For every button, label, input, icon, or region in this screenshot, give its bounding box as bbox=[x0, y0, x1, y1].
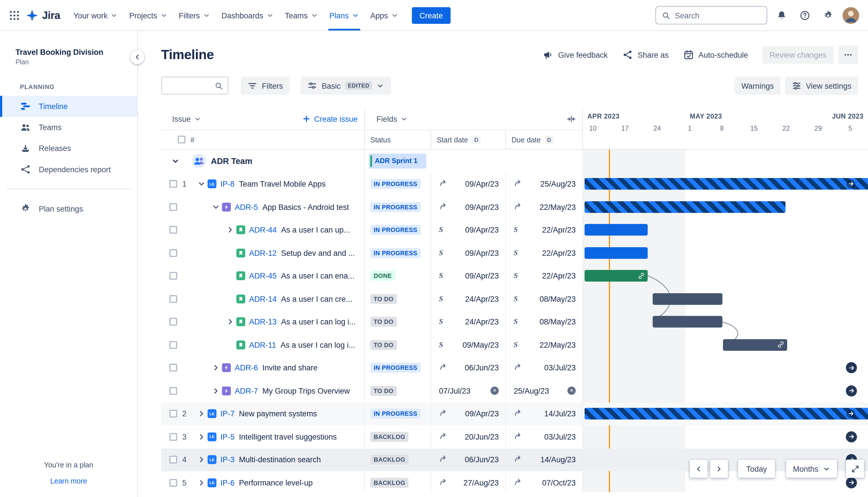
issue-key[interactable]: ADR-5 bbox=[235, 202, 258, 211]
status-cell[interactable]: TO DO bbox=[364, 287, 431, 310]
row-checkbox[interactable] bbox=[169, 341, 177, 349]
status-lozenge[interactable]: TO DO bbox=[370, 317, 397, 327]
due-date-cell[interactable]: S22/Apr/23 bbox=[505, 218, 582, 241]
scroll-to-bar-button[interactable] bbox=[846, 477, 857, 488]
issue-key[interactable]: ADR-6 bbox=[235, 364, 258, 372]
due-date-column-header[interactable]: Due dateD bbox=[505, 130, 582, 149]
start-date-cell[interactable]: 06/Jun/23 bbox=[431, 448, 505, 471]
timeline-search-input[interactable] bbox=[161, 76, 229, 95]
chevron-right-icon[interactable] bbox=[197, 478, 207, 488]
sidebar-item-releases[interactable]: Releases bbox=[0, 138, 137, 159]
status-cell[interactable]: BACKLOG bbox=[364, 448, 431, 471]
issue-summary[interactable]: App Basics - Android test bbox=[262, 202, 349, 211]
fullscreen-button[interactable] bbox=[846, 460, 864, 478]
nav-dashboards[interactable]: Dashboards bbox=[216, 0, 279, 30]
sidebar-item-teams[interactable]: Teams bbox=[0, 117, 137, 138]
gantt-bar[interactable] bbox=[585, 408, 868, 420]
row-checkbox[interactable] bbox=[169, 272, 177, 280]
review-changes-button[interactable]: Review changes bbox=[762, 46, 834, 64]
row-checkbox[interactable] bbox=[169, 180, 177, 188]
start-date-cell[interactable]: S24/Apr/23 bbox=[431, 310, 505, 333]
row-checkbox[interactable] bbox=[169, 295, 177, 303]
app-switcher-icon[interactable] bbox=[5, 6, 23, 24]
issue-summary[interactable]: As a user I can cre... bbox=[281, 295, 352, 303]
due-date-cell[interactable]: 25/Aug/23 bbox=[505, 173, 582, 196]
status-lozenge[interactable]: TO DO bbox=[370, 294, 397, 304]
gantt-bar[interactable] bbox=[585, 270, 648, 282]
issue-column-header[interactable]: Issue Create issue bbox=[161, 108, 364, 130]
issue-key[interactable]: ADR-44 bbox=[249, 225, 277, 234]
status-lozenge[interactable]: BACKLOG bbox=[370, 478, 408, 488]
status-lozenge[interactable]: DONE bbox=[370, 271, 395, 281]
row-checkbox[interactable] bbox=[169, 249, 177, 257]
scroll-to-bar-button[interactable] bbox=[846, 363, 857, 373]
warnings-button[interactable]: Warnings bbox=[735, 76, 780, 95]
issue-key[interactable]: IP-7 bbox=[220, 409, 235, 418]
more-menu-button[interactable] bbox=[838, 45, 858, 64]
row-checkbox[interactable] bbox=[169, 433, 177, 441]
status-lozenge[interactable]: IN PROGRESS bbox=[370, 409, 420, 419]
status-cell[interactable]: TO DO bbox=[364, 333, 431, 356]
status-lozenge[interactable]: TO DO bbox=[370, 340, 397, 350]
issue-summary[interactable]: My Group Trips Overview bbox=[262, 386, 350, 395]
nav-plans[interactable]: Plans bbox=[324, 0, 365, 30]
start-date-cell[interactable]: 06/Jun/23 bbox=[431, 356, 505, 379]
zoom-level-button[interactable]: Months bbox=[786, 460, 837, 478]
due-date-cell[interactable]: 07/Oct/23 bbox=[505, 471, 582, 492]
status-cell[interactable]: BACKLOG bbox=[364, 471, 431, 492]
status-cell[interactable]: TO DO bbox=[364, 379, 431, 402]
sidebar-item-timeline[interactable]: Timeline bbox=[0, 96, 137, 117]
today-button[interactable]: Today bbox=[738, 460, 775, 478]
status-cell[interactable]: DONE bbox=[364, 265, 431, 287]
issue-key[interactable]: IP-5 bbox=[220, 432, 235, 441]
row-checkbox[interactable] bbox=[169, 479, 177, 487]
pan-left-button[interactable] bbox=[690, 460, 708, 478]
nav-apps[interactable]: Apps bbox=[365, 0, 404, 30]
clear-date-icon[interactable]: × bbox=[491, 387, 499, 395]
issue-key[interactable]: ADR-11 bbox=[249, 341, 276, 350]
status-cell[interactable]: BACKLOG bbox=[364, 425, 431, 448]
due-date-cell[interactable]: S22/Apr/23 bbox=[505, 241, 582, 265]
status-lozenge[interactable]: IN PROGRESS bbox=[370, 225, 420, 235]
chevron-right-icon[interactable] bbox=[197, 409, 207, 419]
view-mode-button[interactable]: Basic EDITED bbox=[301, 76, 391, 95]
status-lozenge[interactable]: IN PROGRESS bbox=[370, 363, 420, 373]
chevron-right-icon[interactable] bbox=[225, 317, 235, 327]
issue-key[interactable]: IP-8 bbox=[220, 180, 235, 188]
row-checkbox[interactable] bbox=[169, 203, 177, 211]
status-cell[interactable]: IN PROGRESS bbox=[364, 173, 431, 196]
start-date-cell[interactable]: S09/May/23 bbox=[431, 333, 505, 356]
chevron-right-icon[interactable] bbox=[197, 455, 207, 465]
status-cell[interactable]: IN PROGRESS bbox=[364, 218, 431, 241]
start-date-cell[interactable]: 09/Apr/23 bbox=[431, 402, 505, 425]
start-date-cell[interactable]: S09/Apr/23 bbox=[431, 265, 505, 287]
status-lozenge[interactable]: IN PROGRESS bbox=[370, 179, 420, 189]
status-lozenge[interactable]: BACKLOG bbox=[370, 455, 408, 465]
start-date-cell[interactable]: 09/Apr/23 bbox=[431, 173, 505, 196]
status-lozenge[interactable]: IN PROGRESS bbox=[370, 248, 420, 258]
status-cell[interactable]: IN PROGRESS bbox=[364, 241, 431, 265]
share-as-button[interactable]: Share as bbox=[617, 45, 674, 64]
issue-summary[interactable]: As a user I can log i... bbox=[281, 317, 356, 326]
status-lozenge[interactable]: IN PROGRESS bbox=[370, 202, 420, 212]
scroll-to-bar-button[interactable] bbox=[846, 385, 857, 397]
start-date-column-header[interactable]: Start dateD bbox=[431, 130, 505, 149]
row-checkbox[interactable] bbox=[169, 410, 177, 418]
status-cell[interactable]: IN PROGRESS bbox=[364, 356, 431, 379]
settings-gear-icon[interactable] bbox=[819, 6, 837, 24]
sprint-lozenge[interactable]: ADR Sprint 1 bbox=[368, 154, 426, 169]
due-date-cell[interactable]: 03/Jul/23 bbox=[505, 356, 582, 379]
issue-summary[interactable]: Multi-destination search bbox=[239, 455, 321, 464]
give-feedback-button[interactable]: Give feedback bbox=[537, 45, 613, 64]
issue-key[interactable]: IP-3 bbox=[220, 455, 235, 464]
issue-summary[interactable]: Setup dev and and ... bbox=[281, 248, 355, 257]
due-date-cell[interactable]: S08/May/23 bbox=[505, 310, 582, 333]
pan-right-button[interactable] bbox=[710, 460, 728, 478]
due-date-cell[interactable]: 22/May/23 bbox=[505, 196, 582, 218]
row-checkbox[interactable] bbox=[169, 318, 177, 326]
due-date-cell[interactable]: 14/Aug/23 bbox=[505, 448, 582, 471]
issue-summary[interactable]: Invite and share bbox=[262, 364, 317, 372]
due-date-cell[interactable]: 03/Jul/23 bbox=[505, 425, 582, 448]
status-cell[interactable]: IN PROGRESS bbox=[364, 402, 431, 425]
chevron-down-icon[interactable] bbox=[211, 202, 221, 212]
